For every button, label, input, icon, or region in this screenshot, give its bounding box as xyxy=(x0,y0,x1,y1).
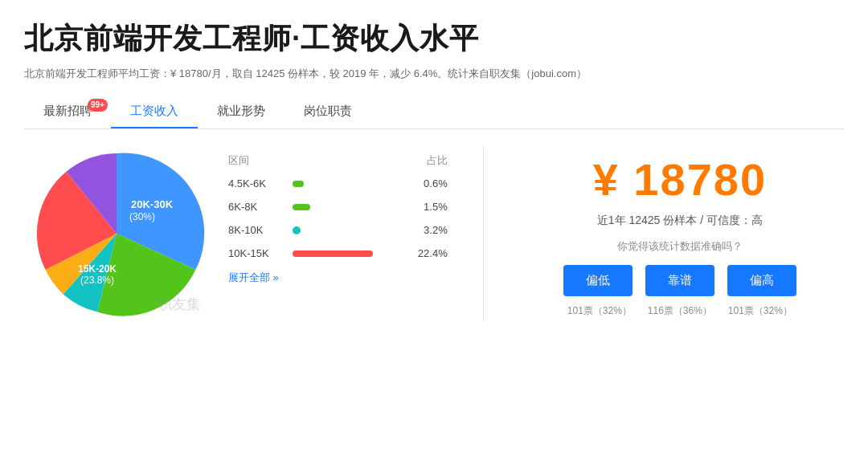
expand-link[interactable]: 展开全部 » xyxy=(225,271,451,285)
vote-buttons: 偏低 靠谱 偏高 xyxy=(563,265,796,296)
range-label: 6K-8K xyxy=(228,201,293,213)
vote-question: 你觉得该统计数据准确吗？ xyxy=(617,239,743,254)
svg-text:20K-30K: 20K-30K xyxy=(131,198,174,210)
range-label: 8K-10K xyxy=(228,224,293,236)
table-row: 8K-10K 3.2% xyxy=(225,224,451,236)
badge-recruit: 99+ xyxy=(88,99,108,112)
pie-wrapper: 20K-30K (30%) 15K-20K (23.8%) 职友集 xyxy=(24,145,209,322)
salary-table: 区间 占比 4.5K-6K 0.6% 6K-8K xyxy=(225,145,451,322)
svg-text:15K-20K: 15K-20K xyxy=(78,263,117,275)
bar xyxy=(293,226,301,234)
tab-employment[interactable]: 就业形势 xyxy=(198,96,285,128)
tab-bar: 最新招聘 99+ 工资收入 就业形势 岗位职责 xyxy=(24,96,844,129)
tab-duties[interactable]: 岗位职责 xyxy=(285,96,371,128)
right-section: ¥ 18780 近1年 12425 份样本 / 可信度：高 你觉得该统计数据准确… xyxy=(500,145,844,322)
svg-text:(30%): (30%) xyxy=(129,211,155,222)
tab-salary-label: 工资收入 xyxy=(130,104,178,117)
bar-wrap xyxy=(293,250,399,257)
left-section: 20K-30K (30%) 15K-20K (23.8%) 职友集 区间 占比 … xyxy=(24,145,467,322)
btn-ok[interactable]: 靠谱 xyxy=(645,265,714,296)
subtitle: 北京前端开发工程师平均工资：¥ 18780/月，取自 12425 份样本，较 2… xyxy=(24,67,844,81)
bar-wrap xyxy=(293,181,399,187)
table-row: 10K-15K 22.4% xyxy=(225,247,451,259)
tab-employment-label: 就业形势 xyxy=(217,104,265,117)
range-label: 4.5K-6K xyxy=(228,177,293,189)
bar-wrap xyxy=(293,226,399,234)
pie-chart: 20K-30K (30%) 15K-20K (23.8%) xyxy=(28,145,205,322)
tab-salary[interactable]: 工资收入 xyxy=(111,96,198,128)
tab-recruit[interactable]: 最新招聘 99+ xyxy=(24,96,111,128)
vote-count-ok: 116票（36%） xyxy=(646,304,714,318)
col-range-header: 区间 xyxy=(228,153,293,168)
table-row: 4.5K-6K 0.6% xyxy=(225,177,451,189)
svg-text:(23.8%): (23.8%) xyxy=(80,275,114,286)
btn-high[interactable]: 偏高 xyxy=(727,265,796,296)
bar xyxy=(293,250,373,257)
table-row: 6K-8K 1.5% xyxy=(225,201,451,213)
vertical-divider xyxy=(483,145,484,322)
table-header: 区间 占比 xyxy=(225,153,451,168)
range-label: 10K-15K xyxy=(228,247,293,259)
pct-label: 22.4% xyxy=(399,247,448,259)
bar xyxy=(293,181,304,187)
pct-label: 1.5% xyxy=(399,201,448,213)
page-title: 北京前端开发工程师·工资收入水平 xyxy=(24,19,844,59)
vote-count-high: 101票（32%） xyxy=(727,304,794,318)
pct-label: 3.2% xyxy=(399,224,448,236)
pct-label: 0.6% xyxy=(399,177,448,189)
vote-count-low: 101票（32%） xyxy=(566,304,633,318)
salary-amount: ¥ 18780 xyxy=(593,153,767,206)
btn-low[interactable]: 偏低 xyxy=(563,265,633,296)
main-content: 20K-30K (30%) 15K-20K (23.8%) 职友集 区间 占比 … xyxy=(24,145,844,322)
page-container: 北京前端开发工程师·工资收入水平 北京前端开发工程师平均工资：¥ 18780/月… xyxy=(0,0,868,338)
tab-duties-label: 岗位职责 xyxy=(304,104,352,117)
tab-recruit-label: 最新招聘 xyxy=(43,104,92,117)
bar xyxy=(293,204,310,210)
bar-wrap xyxy=(293,204,399,210)
col-pct-header: 占比 xyxy=(399,153,448,168)
salary-meta: 近1年 12425 份样本 / 可信度：高 xyxy=(597,214,763,228)
vote-counts: 101票（32%） 116票（36%） 101票（32%） xyxy=(566,304,794,318)
